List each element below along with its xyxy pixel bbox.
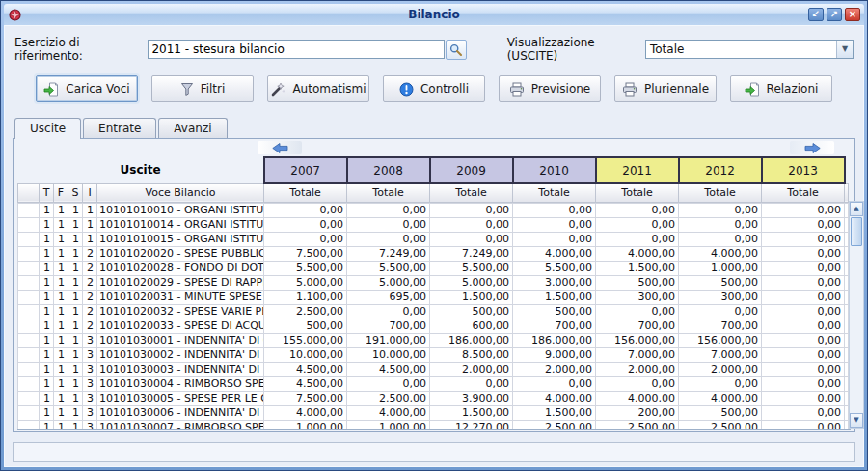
cell-voce-bilancio[interactable]: 10101030001 - INDENNITA' DI CARIC bbox=[97, 333, 264, 347]
cell-i[interactable]: 2 bbox=[83, 290, 97, 304]
cell-t[interactable]: 1 bbox=[40, 376, 54, 391]
cell-totale-2012[interactable]: 1.000,00 bbox=[679, 261, 762, 275]
cell-s[interactable]: 1 bbox=[68, 333, 83, 347]
cell-i[interactable]: 3 bbox=[83, 333, 97, 347]
cell-voce-bilancio[interactable]: 10101020031 - MINUTE SPESE PER O bbox=[97, 290, 264, 304]
cell-totale-2008[interactable]: 695,00 bbox=[347, 290, 430, 304]
row-selector-cell[interactable] bbox=[18, 203, 40, 217]
cell-totale-2008[interactable]: 1.000,00 bbox=[347, 420, 430, 430]
cell-totale-2007[interactable]: 4.500,00 bbox=[264, 362, 347, 376]
scroll-up-icon[interactable]: ▲ bbox=[850, 202, 863, 216]
cell-i[interactable]: 2 bbox=[83, 319, 97, 333]
cell-totale-2010[interactable]: 3.000,00 bbox=[513, 275, 596, 290]
carica-voci-button[interactable]: Carica Voci bbox=[36, 75, 138, 102]
cell-totale-2008[interactable]: 7.249,00 bbox=[347, 246, 430, 261]
row-selector-cell[interactable] bbox=[18, 362, 40, 376]
relazioni-button[interactable]: Relazioni bbox=[730, 75, 832, 102]
cell-totale-2012[interactable]: 0,00 bbox=[679, 376, 762, 391]
cell-totale-2012[interactable]: 2.500,00 bbox=[679, 420, 762, 430]
cell-i[interactable]: 3 bbox=[83, 420, 97, 430]
cell-totale-2010[interactable]: 2.000,00 bbox=[513, 362, 596, 376]
cell-totale-2013[interactable]: 0,00 bbox=[762, 319, 845, 333]
cell-totale-2013[interactable]: 0,00 bbox=[762, 362, 845, 376]
cell-totale-2008[interactable]: 191.000,00 bbox=[347, 333, 430, 347]
cell-s[interactable]: 1 bbox=[68, 304, 83, 319]
cell-totale-2012[interactable]: 300,00 bbox=[679, 290, 762, 304]
cell-i[interactable]: 3 bbox=[83, 376, 97, 391]
cell-s[interactable]: 1 bbox=[68, 232, 83, 246]
cell-totale-2007[interactable]: 1.000,00 bbox=[264, 420, 347, 430]
cell-voce-bilancio[interactable]: 10101020033 - SPESE DI ACQUISTO bbox=[97, 319, 264, 333]
cell-totale-2012[interactable]: 500,00 bbox=[679, 275, 762, 290]
cell-voce-bilancio[interactable]: 10101030003 - INDENNITA' DI MISSI bbox=[97, 362, 264, 376]
cell-totale-2009[interactable]: 1.500,00 bbox=[430, 290, 513, 304]
tab-avanzi[interactable]: Avanzi bbox=[158, 118, 227, 138]
cell-totale-2011[interactable]: 1.500,00 bbox=[596, 261, 679, 275]
cell-totale-2007[interactable]: 0,00 bbox=[264, 217, 347, 232]
cell-totale-2012[interactable]: 4.000,00 bbox=[679, 391, 762, 405]
cell-totale-2010[interactable]: 2.500,00 bbox=[513, 420, 596, 430]
cell-voce-bilancio[interactable]: 10101030002 - INDENNITA' DI PRESE bbox=[97, 347, 264, 362]
cell-t[interactable]: 1 bbox=[40, 232, 54, 246]
previsione-button[interactable]: Previsione bbox=[499, 75, 601, 102]
row-selector-cell[interactable] bbox=[18, 420, 40, 430]
cell-f[interactable]: 1 bbox=[54, 391, 68, 405]
cell-t[interactable]: 1 bbox=[40, 217, 54, 232]
cell-totale-2011[interactable]: 0,00 bbox=[596, 217, 679, 232]
cell-totale-2010[interactable]: 4.000,00 bbox=[513, 246, 596, 261]
cell-s[interactable]: 1 bbox=[68, 362, 83, 376]
cell-totale-2013[interactable]: 0,00 bbox=[762, 391, 845, 405]
cell-t[interactable]: 1 bbox=[40, 391, 54, 405]
cell-totale-2008[interactable]: 0,00 bbox=[347, 217, 430, 232]
cell-t[interactable]: 1 bbox=[40, 347, 54, 362]
cell-totale-2012[interactable]: 2.000,00 bbox=[679, 362, 762, 376]
cell-totale-2010[interactable]: 0,00 bbox=[513, 203, 596, 217]
cell-totale-2010[interactable]: 9.000,00 bbox=[513, 347, 596, 362]
cell-totale-2010[interactable]: 4.000,00 bbox=[513, 391, 596, 405]
cell-i[interactable]: 2 bbox=[83, 304, 97, 319]
cell-totale-2007[interactable]: 0,00 bbox=[264, 232, 347, 246]
cell-totale-2013[interactable]: 0,00 bbox=[762, 333, 845, 347]
cell-totale-2013[interactable]: 0,00 bbox=[762, 304, 845, 319]
cell-totale-2012[interactable]: 4.000,00 bbox=[679, 246, 762, 261]
cell-totale-2007[interactable]: 5.500,00 bbox=[264, 261, 347, 275]
cell-f[interactable]: 1 bbox=[54, 232, 68, 246]
cell-totale-2012[interactable]: 156.000,00 bbox=[679, 333, 762, 347]
cell-s[interactable]: 1 bbox=[68, 420, 83, 430]
cell-i[interactable]: 2 bbox=[83, 246, 97, 261]
row-selector-cell[interactable] bbox=[18, 376, 40, 391]
close-button[interactable]: × bbox=[845, 8, 860, 21]
cell-t[interactable]: 1 bbox=[40, 420, 54, 430]
cell-totale-2011[interactable]: 2.500,00 bbox=[596, 420, 679, 430]
cell-totale-2010[interactable]: 0,00 bbox=[513, 217, 596, 232]
cell-totale-2011[interactable]: 500,00 bbox=[596, 275, 679, 290]
cell-f[interactable]: 1 bbox=[54, 333, 68, 347]
cell-totale-2012[interactable]: 0,00 bbox=[679, 304, 762, 319]
cell-totale-2008[interactable]: 700,00 bbox=[347, 319, 430, 333]
cell-totale-2011[interactable]: 300,00 bbox=[596, 290, 679, 304]
controlli-button[interactable]: Controlli bbox=[383, 75, 485, 102]
cell-voce-bilancio[interactable]: 10101020032 - SPESE VARIE PER IL C bbox=[97, 304, 264, 319]
cell-totale-2007[interactable]: 7.500,00 bbox=[264, 246, 347, 261]
cell-totale-2009[interactable]: 3.900,00 bbox=[430, 391, 513, 405]
cell-totale-2013[interactable]: 0,00 bbox=[762, 217, 845, 232]
search-button[interactable] bbox=[446, 40, 467, 60]
row-selector-cell[interactable] bbox=[18, 405, 40, 420]
cell-i[interactable]: 3 bbox=[83, 405, 97, 420]
cell-f[interactable]: 1 bbox=[54, 362, 68, 376]
visualizzazione-select[interactable]: Totale ▼ bbox=[645, 40, 854, 59]
cell-totale-2012[interactable]: 700,00 bbox=[679, 319, 762, 333]
cell-totale-2009[interactable]: 500,00 bbox=[430, 304, 513, 319]
cell-f[interactable]: 1 bbox=[54, 420, 68, 430]
row-selector-cell[interactable] bbox=[18, 246, 40, 261]
cell-t[interactable]: 1 bbox=[40, 246, 54, 261]
scroll-down-icon[interactable]: ▼ bbox=[850, 413, 863, 428]
cell-i[interactable]: 2 bbox=[83, 261, 97, 275]
cell-totale-2011[interactable]: 4.000,00 bbox=[596, 246, 679, 261]
cell-t[interactable]: 1 bbox=[40, 203, 54, 217]
cell-totale-2009[interactable]: 600,00 bbox=[430, 319, 513, 333]
cell-totale-2007[interactable]: 155.000,00 bbox=[264, 333, 347, 347]
cell-s[interactable]: 1 bbox=[68, 261, 83, 275]
cell-voce-bilancio[interactable]: 10101010015 - ORGANI ISTITUZIONALI bbox=[97, 232, 264, 246]
row-selector-cell[interactable] bbox=[18, 304, 40, 319]
